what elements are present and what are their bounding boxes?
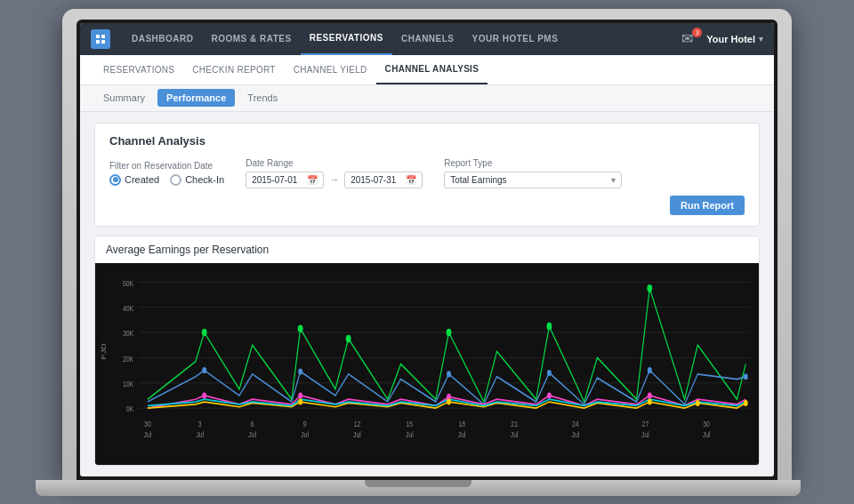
content-area: Channel Analysis Filter on Reservation D… bbox=[80, 112, 774, 476]
date-arrow-icon: → bbox=[329, 174, 339, 185]
svg-text:21: 21 bbox=[511, 419, 518, 429]
svg-text:30K: 30K bbox=[123, 327, 133, 338]
svg-rect-2 bbox=[96, 40, 100, 44]
svg-text:6: 6 bbox=[251, 419, 254, 429]
svg-text:20K: 20K bbox=[123, 353, 133, 364]
svg-text:Jul: Jul bbox=[248, 428, 256, 439]
svg-point-21 bbox=[546, 322, 552, 330]
svg-point-18 bbox=[298, 324, 303, 332]
svg-point-35 bbox=[447, 398, 451, 404]
tab-summary[interactable]: Summary bbox=[94, 89, 154, 107]
svg-rect-1 bbox=[101, 35, 105, 38]
chart-card: Average Earnings per Reservation bbox=[94, 236, 760, 466]
notification-bell[interactable]: ✉ 3 bbox=[681, 30, 699, 48]
svg-text:0K: 0K bbox=[126, 404, 134, 414]
sub-navigation: Reservations Checkin Report Channel Yiel… bbox=[80, 55, 774, 85]
chart-title: Average Earnings per Reservation bbox=[95, 236, 759, 263]
svg-point-38 bbox=[744, 399, 748, 405]
nav-reservations[interactable]: Reservations bbox=[301, 23, 392, 55]
notification-badge: 3 bbox=[692, 28, 702, 37]
svg-point-23 bbox=[202, 367, 206, 373]
filter-label: Filter on Reservation Date bbox=[109, 161, 224, 171]
svg-point-19 bbox=[346, 334, 351, 342]
svg-point-17 bbox=[202, 328, 207, 336]
svg-point-34 bbox=[298, 398, 302, 404]
nav-channels[interactable]: Channels bbox=[392, 23, 463, 55]
radio-created[interactable]: Created bbox=[109, 174, 159, 186]
nav-dashboard[interactable]: Dashboard bbox=[123, 23, 203, 55]
tab-bar: Summary Performance Trends bbox=[80, 85, 774, 112]
svg-text:10K: 10K bbox=[123, 378, 133, 388]
nav-rooms-rates[interactable]: Rooms & Rates bbox=[203, 23, 301, 55]
svg-text:30: 30 bbox=[703, 419, 710, 429]
svg-point-29 bbox=[202, 392, 206, 398]
svg-point-28 bbox=[744, 373, 748, 380]
radio-checkin-dot bbox=[170, 174, 181, 186]
svg-point-24 bbox=[298, 368, 302, 374]
svg-text:FJD: FJD bbox=[100, 343, 107, 359]
select-chevron-icon: ▾ bbox=[611, 175, 616, 185]
svg-text:Jul: Jul bbox=[144, 428, 152, 439]
svg-text:Jul: Jul bbox=[301, 428, 309, 439]
svg-text:12: 12 bbox=[354, 419, 361, 429]
earnings-chart: 50K 40K 30K 20K 10K 0K FJD bbox=[95, 263, 759, 465]
run-report-button[interactable]: Run Report bbox=[670, 196, 745, 215]
svg-point-36 bbox=[648, 398, 652, 404]
report-type-select[interactable]: Total Earnings ▾ bbox=[444, 172, 622, 188]
form-actions: Run Report bbox=[109, 196, 745, 215]
radio-created-dot bbox=[109, 174, 121, 186]
subnav-channel-analysis[interactable]: Channel Analysis bbox=[376, 54, 488, 84]
date-start-input[interactable]: 2015-07-01 📅 bbox=[246, 172, 324, 188]
svg-text:24: 24 bbox=[572, 419, 579, 429]
radio-checkin[interactable]: Check-In bbox=[170, 174, 224, 186]
subnav-channel-yield[interactable]: Channel Yield bbox=[285, 54, 376, 84]
report-type-group: Report Type Total Earnings ▾ bbox=[444, 158, 622, 188]
svg-text:40K: 40K bbox=[123, 302, 133, 313]
nav-hotel-pms[interactable]: Your Hotel PMS bbox=[463, 23, 568, 55]
tab-trends[interactable]: Trends bbox=[238, 89, 286, 107]
chart-area: 50K 40K 30K 20K 10K 0K FJD bbox=[95, 263, 759, 465]
svg-rect-3 bbox=[101, 40, 105, 44]
svg-text:27: 27 bbox=[642, 419, 649, 429]
nav-right: ✉ 3 Your Hotel ▾ bbox=[681, 30, 763, 48]
top-navigation: Dashboard Rooms & Rates Reservations Cha… bbox=[80, 23, 774, 55]
radio-checkin-label: Check-In bbox=[185, 174, 224, 185]
svg-text:30: 30 bbox=[144, 419, 151, 429]
subnav-checkin-report[interactable]: Checkin Report bbox=[183, 54, 284, 84]
svg-text:Jul: Jul bbox=[353, 428, 361, 439]
svg-text:3: 3 bbox=[198, 419, 202, 429]
svg-text:Jul: Jul bbox=[511, 428, 519, 439]
svg-text:Jul: Jul bbox=[641, 428, 649, 439]
svg-text:Jul: Jul bbox=[571, 428, 579, 439]
svg-point-33 bbox=[648, 392, 652, 398]
svg-point-22 bbox=[647, 284, 652, 292]
nav-logo[interactable] bbox=[91, 29, 110, 49]
filter-group: Filter on Reservation Date Created bbox=[109, 161, 224, 186]
radio-group: Created Check-In bbox=[109, 174, 224, 186]
svg-text:Jul: Jul bbox=[703, 428, 711, 439]
date-range-inputs: 2015-07-01 📅 → 2015-07-31 📅 bbox=[246, 172, 423, 188]
svg-text:Jul: Jul bbox=[458, 428, 466, 439]
date-range-label: Date Range bbox=[246, 158, 423, 168]
svg-point-27 bbox=[648, 367, 652, 373]
hotel-selector[interactable]: Your Hotel ▾ bbox=[706, 34, 763, 44]
svg-text:Jul: Jul bbox=[196, 428, 204, 439]
hotel-name: Your Hotel bbox=[706, 34, 755, 44]
svg-text:15: 15 bbox=[407, 419, 414, 429]
nav-links: Dashboard Rooms & Rates Reservations Cha… bbox=[123, 23, 681, 55]
svg-point-30 bbox=[298, 392, 302, 398]
report-type-label: Report Type bbox=[444, 158, 622, 168]
svg-point-26 bbox=[547, 369, 552, 375]
tab-performance[interactable]: Performance bbox=[157, 89, 235, 107]
svg-point-25 bbox=[447, 371, 451, 377]
calendar-end-icon: 📅 bbox=[406, 175, 416, 185]
chevron-down-icon: ▾ bbox=[759, 35, 763, 44]
date-range-group: Date Range 2015-07-01 📅 → 2015- bbox=[246, 158, 423, 188]
svg-text:Jul: Jul bbox=[406, 428, 414, 439]
date-end-input[interactable]: 2015-07-31 📅 bbox=[344, 172, 423, 188]
subnav-reservations[interactable]: Reservations bbox=[94, 54, 183, 84]
svg-text:18: 18 bbox=[458, 419, 465, 429]
svg-text:9: 9 bbox=[303, 419, 307, 429]
svg-point-20 bbox=[447, 328, 452, 336]
calendar-start-icon: 📅 bbox=[307, 175, 318, 185]
